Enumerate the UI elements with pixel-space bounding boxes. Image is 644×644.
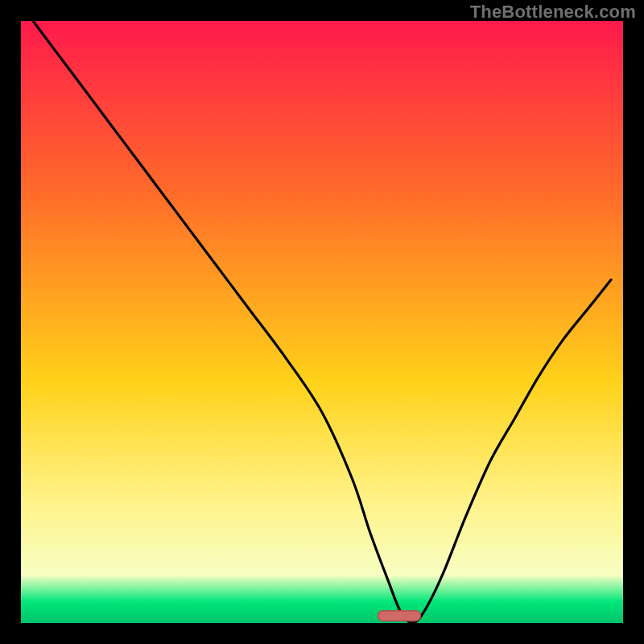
bottleneck-curve — [21, 21, 623, 623]
chart-frame: TheBottleneck.com — [0, 0, 644, 644]
plot-area — [21, 21, 623, 623]
watermark-label: TheBottleneck.com — [470, 2, 636, 23]
optimum-marker — [378, 610, 421, 621]
